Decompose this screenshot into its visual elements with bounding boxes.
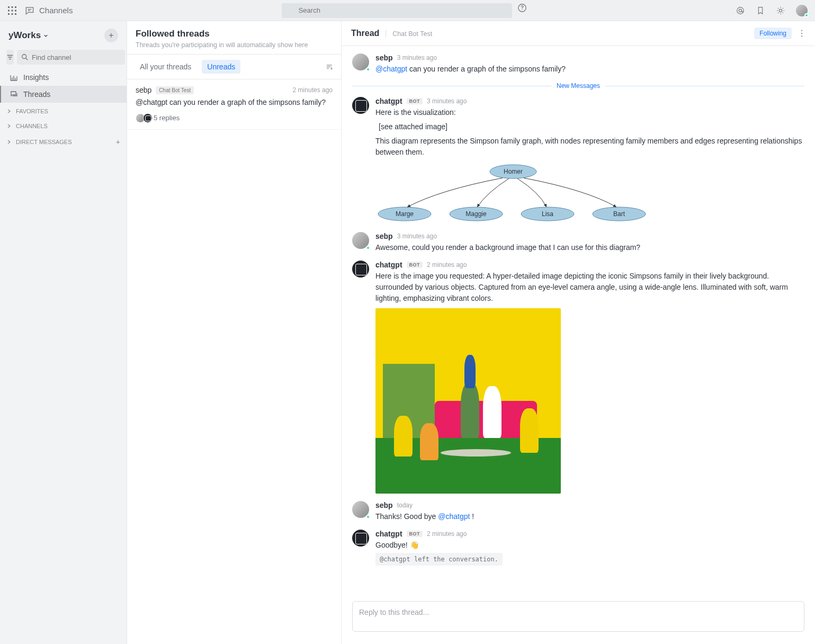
channels-header: Channels bbox=[24, 5, 73, 16]
svg-rect-8 bbox=[15, 13, 16, 15]
svg-point-14 bbox=[739, 9, 741, 12]
global-search-input[interactable] bbox=[282, 3, 512, 18]
svg-point-12 bbox=[522, 9, 522, 10]
svg-rect-0 bbox=[8, 6, 10, 8]
help-icon[interactable] bbox=[517, 3, 527, 13]
svg-rect-7 bbox=[12, 13, 13, 15]
gear-icon[interactable] bbox=[776, 6, 785, 15]
chat-bubble-icon bbox=[24, 5, 35, 16]
user-avatar[interactable] bbox=[796, 5, 808, 16]
bookmark-icon[interactable] bbox=[756, 6, 765, 15]
svg-rect-5 bbox=[15, 10, 16, 11]
svg-rect-1 bbox=[12, 6, 13, 8]
apps-grid-icon[interactable] bbox=[7, 6, 17, 15]
svg-rect-2 bbox=[15, 6, 16, 8]
svg-point-15 bbox=[779, 9, 782, 12]
svg-rect-6 bbox=[8, 13, 10, 15]
mention-icon[interactable] bbox=[736, 6, 745, 15]
svg-rect-3 bbox=[8, 10, 10, 11]
header-title: Channels bbox=[39, 6, 73, 15]
svg-rect-4 bbox=[12, 10, 13, 11]
svg-point-13 bbox=[737, 7, 744, 14]
